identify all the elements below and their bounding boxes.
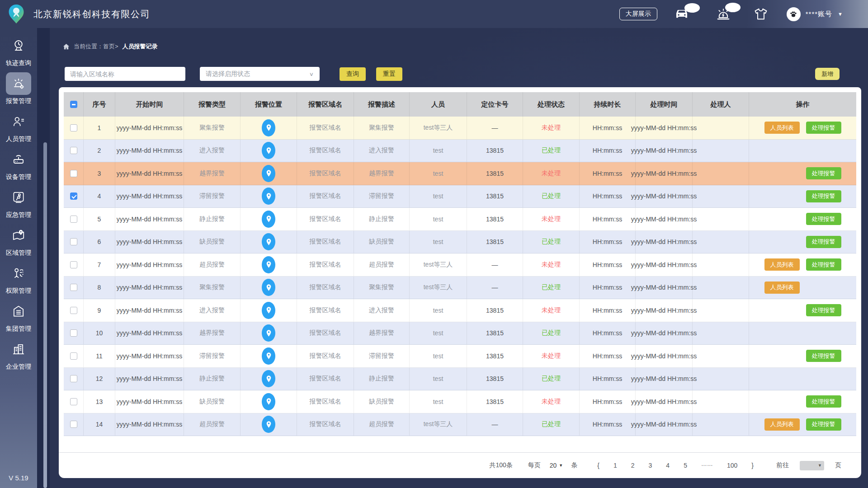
add-button[interactable]: 新增 bbox=[815, 68, 840, 80]
select-all-checkbox[interactable] bbox=[70, 101, 77, 108]
handle-alarm-button[interactable]: 处理报警 bbox=[806, 418, 841, 431]
page-number[interactable]: 3 bbox=[649, 462, 652, 469]
row-checkbox[interactable] bbox=[70, 284, 77, 291]
sidebar-item-track-query[interactable]: 轨迹查询 bbox=[0, 34, 37, 72]
location-pin-icon[interactable] bbox=[262, 165, 275, 182]
person-list-button[interactable]: 人员列表 bbox=[764, 258, 800, 271]
location-pin-icon[interactable] bbox=[262, 370, 275, 387]
last-page-number[interactable]: 100 bbox=[727, 462, 737, 469]
column-header: 人员 bbox=[410, 92, 467, 117]
alarm-bell-icon[interactable] bbox=[716, 7, 731, 21]
person-list-button[interactable]: 人员列表 bbox=[764, 418, 800, 431]
cell-handler bbox=[693, 208, 749, 230]
account-caret-icon[interactable]: ▼ bbox=[838, 11, 843, 17]
sidebar-item-personnel-management[interactable]: 人员管理 bbox=[0, 110, 37, 148]
handle-alarm-button[interactable]: 处理报警 bbox=[806, 236, 841, 248]
row-checkbox[interactable] bbox=[70, 216, 77, 223]
handle-alarm-button[interactable]: 处理报警 bbox=[806, 304, 841, 316]
person-list-button[interactable]: 人员列表 bbox=[764, 282, 800, 294]
table-row: 7 yyyy-MM-dd HH:mm:ss 超员报警 报警区域名 超员报警 te… bbox=[64, 253, 856, 277]
next-page-button[interactable]: } bbox=[751, 462, 754, 469]
sidebar-scrollbar[interactable] bbox=[43, 142, 47, 488]
table-row: 2 yyyy-MM-dd HH:mm:ss 进入报警 报警区域名 进入报警 te… bbox=[64, 140, 856, 163]
row-checkbox[interactable] bbox=[70, 421, 77, 428]
cell-alarm-desc: 越界报警 bbox=[354, 162, 410, 185]
sidebar-item-emergency-management[interactable]: 应急管理 bbox=[0, 186, 37, 224]
location-pin-icon[interactable] bbox=[262, 256, 275, 273]
handle-alarm-button[interactable]: 处理报警 bbox=[806, 395, 841, 408]
vehicle-icon[interactable] bbox=[674, 8, 690, 20]
row-checkbox[interactable] bbox=[70, 238, 77, 245]
table-row: 6 yyyy-MM-dd HH:mm:ss 缺员报警 报警区域名 缺员报警 te… bbox=[64, 231, 856, 254]
sidebar-item-group-management[interactable]: 集团管理 bbox=[0, 300, 37, 338]
row-checkbox[interactable] bbox=[70, 170, 77, 177]
user-avatar[interactable] bbox=[787, 7, 801, 21]
goto-page-select[interactable]: ▼ bbox=[800, 461, 824, 470]
cell-status: 未处理 bbox=[523, 208, 580, 230]
location-pin-icon[interactable] bbox=[262, 233, 275, 250]
cell-alarm-location bbox=[241, 368, 297, 390]
cell-handler bbox=[693, 413, 749, 436]
cell-duration: HH:mm:ss bbox=[580, 413, 636, 436]
sidebar-item-device-management[interactable]: 设备管理 bbox=[0, 148, 37, 186]
big-screen-button[interactable]: 大屏展示 bbox=[619, 8, 657, 20]
location-pin-icon[interactable] bbox=[262, 211, 275, 228]
sidebar-item-enterprise-management[interactable]: 企业管理 bbox=[0, 338, 37, 376]
location-pin-icon[interactable] bbox=[262, 279, 275, 296]
cell-duration: HH:mm:ss bbox=[580, 345, 636, 367]
handle-alarm-button[interactable]: 处理报警 bbox=[806, 213, 841, 225]
location-pin-icon[interactable] bbox=[262, 142, 275, 159]
location-pin-icon[interactable] bbox=[262, 347, 275, 365]
cell-alarm-desc: 聚集报警 bbox=[354, 117, 410, 139]
page-number[interactable]: 4 bbox=[666, 462, 670, 469]
cell-person: test bbox=[410, 322, 467, 345]
location-pin-icon[interactable] bbox=[262, 324, 275, 342]
handle-alarm-button[interactable]: 处理报警 bbox=[806, 190, 841, 202]
reset-button[interactable]: 重置 bbox=[376, 67, 402, 81]
cell-status: 未处理 bbox=[523, 345, 580, 367]
row-checkbox[interactable] bbox=[70, 124, 77, 131]
location-pin-icon[interactable] bbox=[262, 393, 275, 410]
cell-duration: HH:mm:ss bbox=[580, 368, 636, 390]
prev-page-button[interactable]: { bbox=[597, 462, 599, 469]
handle-alarm-button[interactable]: 处理报警 bbox=[806, 122, 841, 134]
page-number[interactable]: 2 bbox=[631, 462, 635, 469]
cell-actions: 人员列表 处理报警 bbox=[749, 208, 856, 230]
account-name[interactable]: ****账号 bbox=[806, 10, 832, 19]
row-checkbox[interactable] bbox=[70, 147, 77, 154]
location-pin-icon[interactable] bbox=[262, 416, 275, 433]
search-button[interactable]: 查询 bbox=[340, 67, 366, 81]
row-checkbox[interactable] bbox=[70, 398, 77, 405]
enable-status-select[interactable]: 请选择启用状态 ∨ bbox=[200, 67, 320, 81]
row-checkbox[interactable] bbox=[70, 261, 77, 268]
location-pin-icon[interactable] bbox=[262, 302, 275, 319]
cell-alarm-type: 进入报警 bbox=[184, 140, 241, 162]
person-list-button[interactable]: 人员列表 bbox=[764, 122, 800, 134]
cell-start-time: yyyy-MM-dd HH:mm:ss bbox=[115, 185, 184, 208]
per-page-select[interactable]: 20▼ bbox=[550, 462, 563, 469]
sidebar-item-region-management[interactable]: 区域管理 bbox=[0, 224, 37, 262]
location-pin-icon[interactable] bbox=[262, 188, 275, 205]
row-checkbox[interactable] bbox=[70, 192, 77, 200]
row-checkbox[interactable] bbox=[70, 375, 77, 382]
page-number[interactable]: 5 bbox=[684, 462, 687, 469]
cell-duration: HH:mm:ss bbox=[580, 140, 636, 162]
cell-card-number: 13815 bbox=[467, 208, 523, 230]
cell-actions: 人员列表 处理报警 bbox=[749, 162, 856, 185]
row-checkbox[interactable] bbox=[70, 352, 77, 360]
handle-alarm-button[interactable]: 处理报警 bbox=[806, 167, 841, 179]
cell-alarm-area: 报警区域名 bbox=[297, 299, 354, 322]
cell-duration: HH:mm:ss bbox=[580, 231, 636, 253]
handle-alarm-button[interactable]: 处理报警 bbox=[806, 258, 841, 271]
cell-alarm-desc: 静止报警 bbox=[354, 368, 410, 390]
handle-alarm-button[interactable]: 处理报警 bbox=[806, 350, 841, 362]
sidebar-item-permission-management[interactable]: 权限管理 bbox=[0, 262, 37, 300]
cell-card-number: — bbox=[467, 117, 523, 139]
area-name-input[interactable] bbox=[65, 67, 185, 81]
row-checkbox[interactable] bbox=[70, 307, 77, 314]
row-checkbox[interactable] bbox=[70, 329, 77, 337]
sidebar-item-alarm-management[interactable]: 报警管理 bbox=[0, 72, 37, 110]
location-pin-icon[interactable] bbox=[262, 119, 275, 136]
tshirt-icon[interactable] bbox=[754, 8, 768, 20]
page-number[interactable]: 1 bbox=[613, 462, 617, 469]
